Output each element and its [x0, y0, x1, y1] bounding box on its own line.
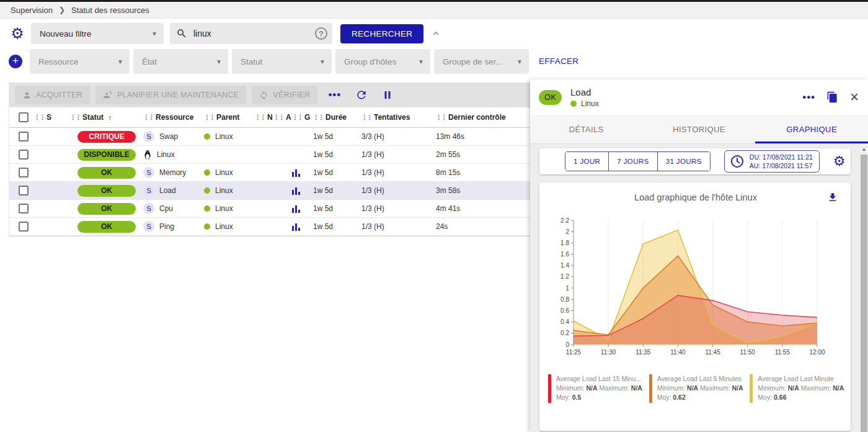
more-actions-icon[interactable]: ••• [328, 89, 341, 101]
column-header-severity[interactable]: ⋮⋮S [34, 113, 70, 122]
legend-item-load5[interactable]: Average Load Last 5 Minutes Minimum: N/A… [649, 374, 744, 403]
search-button[interactable]: RECHERCHER [340, 24, 423, 43]
svg-text:11:25: 11:25 [566, 349, 582, 356]
legend-item-load1[interactable]: Average Load Last Minute Minimum: N/A Ma… [750, 374, 844, 403]
graph-icon[interactable] [292, 223, 300, 231]
tab-history[interactable]: HISTORIQUE [643, 115, 756, 143]
lastcheck-cell: 3m 58s [436, 186, 529, 195]
criteria-resource-select[interactable]: Ressource ▼ [30, 49, 130, 74]
panel-body: 1 JOUR 7 JOURS 31 JOURS DU: 17/08/2021 1… [530, 144, 868, 431]
column-header-tries[interactable]: ⋮⋮Tentatives [361, 113, 436, 122]
breadcrumb-item-supervision[interactable]: Supervision [11, 6, 53, 15]
date-to-label: AU: [750, 162, 761, 169]
panel-scrollbar[interactable]: ▲ [860, 144, 868, 432]
acknowledge-button[interactable]: ACQUITTER [15, 86, 90, 104]
table-toolbar: ACQUITTER PLANIFIER UNE MAINTENANCE VÉRI… [9, 83, 530, 107]
column-header-action[interactable]: ⋮⋮A [273, 113, 292, 122]
filter-row-criteria: + Ressource ▼ État ▼ Statut ▼ Group d'hô… [9, 49, 529, 74]
duration-cell: 1w 5d [313, 186, 361, 195]
check-label: VÉRIFIER [273, 91, 310, 99]
table-row[interactable]: OK SCpu Linux 1w 5d 1/3 (H) 4m 41s [9, 200, 530, 218]
svg-text:1.8: 1.8 [560, 240, 569, 246]
row-checkbox[interactable] [19, 204, 29, 214]
duration-cell: 1w 5d [313, 204, 361, 213]
scroll-up-arrow-icon[interactable]: ▲ [860, 144, 868, 154]
time-31days-button[interactable]: 31 JOURS [657, 152, 710, 171]
svg-text:0.2: 0.2 [560, 330, 569, 336]
graph-card: Load graphique de l'hôte Linux 11:2511:3… [539, 182, 851, 431]
legend-swatch [548, 374, 551, 403]
row-checkbox[interactable] [19, 222, 29, 232]
column-header-status[interactable]: ⋮⋮Statut↑ [70, 113, 143, 122]
search-input[interactable] [193, 29, 315, 38]
criteria-hostgroup-select[interactable]: Group d'hôtes ▼ [335, 49, 430, 74]
drag-handle-icon: ⋮⋮ [204, 114, 215, 120]
check-button[interactable]: VÉRIFIER [252, 86, 317, 104]
row-checkbox[interactable] [19, 168, 29, 178]
filter-settings-gear-icon[interactable]: ⚙ [9, 25, 26, 42]
download-icon[interactable] [827, 192, 838, 203]
row-checkbox[interactable] [19, 186, 29, 196]
column-header-notes[interactable]: ⋮⋮N [255, 113, 273, 122]
criteria-label: Groupe de ser... [443, 57, 503, 66]
row-checkbox[interactable] [19, 132, 29, 142]
maintenance-button[interactable]: PLANIFIER UNE MAINTENANCE [95, 86, 246, 104]
drag-handle-icon: ⋮⋮ [292, 114, 303, 120]
tab-graph[interactable]: GRAPHIQUE [755, 115, 868, 143]
column-header-graph[interactable]: ⋮⋮G [292, 113, 313, 122]
criteria-label: Statut [241, 57, 262, 66]
collapse-filters-chevron-icon[interactable] [431, 29, 441, 38]
acknowledge-label: ACQUITTER [36, 91, 82, 99]
custom-date-range[interactable]: DU: 17/08/2021 11:21 AU: 17/08/2021 11:5… [724, 150, 820, 173]
column-header-lastcheck[interactable]: ⋮⋮Dernier contrôle [436, 113, 529, 122]
table-row[interactable]: CRITIQUE SSwap Linux 1w 5d 3/3 (H) 13m 4… [9, 128, 530, 146]
legend-item-load15[interactable]: Average Load Last 15 Minu... Minimum: N/… [548, 374, 643, 403]
tries-cell: 1/3 (H) [361, 186, 436, 195]
parent-name: Linux [215, 204, 233, 213]
graph-icon[interactable] [292, 205, 300, 213]
resources-table: ACQUITTER PLANIFIER UNE MAINTENANCE VÉRI… [9, 83, 530, 236]
table-header-row: ⋮⋮S ⋮⋮Statut↑ ⋮⋮Ressource ⋮⋮Parent ⋮⋮N ⋮… [9, 107, 530, 128]
graph-settings-gear-icon[interactable]: ⚙ [833, 153, 846, 169]
drag-handle-icon: ⋮⋮ [361, 114, 372, 120]
time-7days-button[interactable]: 7 JOURS [608, 152, 657, 171]
criteria-status-select[interactable]: Statut ▼ [232, 49, 332, 74]
select-all-checkbox[interactable] [19, 112, 29, 122]
time-1day-button[interactable]: 1 JOUR [565, 152, 608, 171]
column-header-resource[interactable]: ⋮⋮Ressource [143, 113, 204, 122]
refresh-icon[interactable] [355, 89, 368, 101]
breadcrumb: Supervision ❯ Statut des ressources [0, 2, 868, 19]
column-header-duration[interactable]: ⋮⋮Durée [313, 113, 361, 122]
table-row-selected[interactable]: OK SLoad Linux 1w 5d 1/3 (H) 3m 58s [9, 182, 530, 200]
search-field[interactable]: ? [170, 23, 332, 44]
svg-text:0: 0 [565, 341, 569, 348]
pause-icon[interactable] [382, 89, 393, 101]
chevron-down-icon: ▼ [117, 58, 123, 65]
criteria-state-select[interactable]: État ▼ [133, 49, 228, 74]
close-icon[interactable]: ✕ [849, 90, 859, 104]
copy-link-icon[interactable] [826, 91, 838, 103]
add-criteria-button[interactable]: + [9, 55, 22, 68]
panel-more-actions-icon[interactable]: ••• [802, 91, 815, 104]
saved-filter-select[interactable]: Nouveau filtre ▼ [31, 23, 164, 44]
table-row[interactable]: DISPONIBLE Linux 1w 5d 1/3 (H) 2m 55s [9, 146, 530, 164]
scrollbar-thumb[interactable] [861, 155, 867, 432]
status-badge: DISPONIBLE [78, 149, 136, 161]
graph-icon[interactable] [292, 169, 300, 177]
breadcrumb-item-statut[interactable]: Statut des ressources [71, 6, 149, 15]
search-help-icon[interactable]: ? [315, 27, 327, 40]
table-row[interactable]: OK SPing Linux 1w 5d 1/3 (H) 24s [9, 218, 530, 236]
date-from-label: DU: [750, 153, 761, 161]
tab-details[interactable]: DÉTAILS [530, 115, 643, 143]
table-row[interactable]: OK SMemory Linux 1w 5d 1/3 (H) 8m 15s [9, 164, 530, 182]
legend-swatch [750, 374, 753, 403]
criteria-servicegroup-select[interactable]: Groupe de ser... ▼ [434, 49, 529, 74]
parent-status-dot-icon [204, 133, 210, 140]
row-checkbox[interactable] [19, 150, 29, 160]
clear-filters-button[interactable]: EFFACER [539, 56, 578, 66]
time-range-card: 1 JOUR 7 JOURS 31 JOURS DU: 17/08/2021 1… [539, 148, 851, 174]
sort-asc-icon: ↑ [108, 113, 112, 122]
breadcrumb-separator-icon: ❯ [59, 6, 65, 14]
graph-icon[interactable] [292, 187, 300, 195]
column-header-parent[interactable]: ⋮⋮Parent [204, 113, 255, 122]
